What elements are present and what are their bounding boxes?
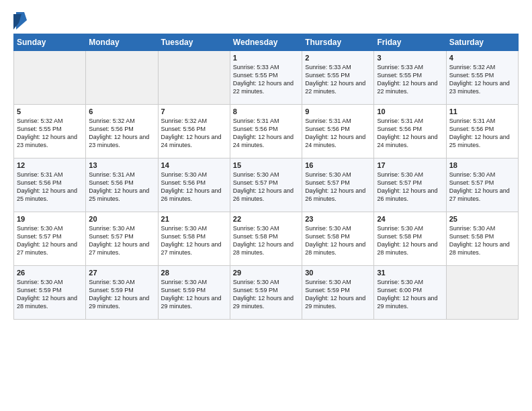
- header-row: SundayMondayTuesdayWednesdayThursdayFrid…: [14, 34, 519, 51]
- day-number: 26: [17, 269, 83, 277]
- day-number: 9: [305, 107, 371, 116]
- day-number: 6: [89, 107, 154, 116]
- day-number: 13: [89, 161, 154, 169]
- day-number: 12: [17, 161, 83, 169]
- day-info: Sunrise: 5:30 AM Sunset: 5:59 PM Dayligh…: [233, 278, 299, 311]
- day-info: Sunrise: 5:31 AM Sunset: 5:56 PM Dayligh…: [89, 171, 154, 203]
- day-number: 3: [377, 54, 443, 62]
- day-cell: 1Sunrise: 5:33 AM Sunset: 5:55 PM Daylig…: [230, 51, 302, 105]
- day-info: Sunrise: 5:30 AM Sunset: 5:59 PM Dayligh…: [89, 278, 154, 311]
- day-number: 1: [233, 54, 299, 62]
- day-cell: 23Sunrise: 5:30 AM Sunset: 5:58 PM Dayli…: [302, 212, 374, 266]
- day-info: Sunrise: 5:33 AM Sunset: 5:55 PM Dayligh…: [305, 63, 371, 96]
- day-cell: 24Sunrise: 5:30 AM Sunset: 5:58 PM Dayli…: [374, 212, 446, 266]
- day-cell: 19Sunrise: 5:30 AM Sunset: 5:57 PM Dayli…: [14, 212, 86, 266]
- day-number: 30: [305, 269, 371, 277]
- header-cell-thursday: Thursday: [302, 34, 374, 51]
- day-cell: 11Sunrise: 5:31 AM Sunset: 5:56 PM Dayli…: [446, 105, 518, 158]
- day-cell: 9Sunrise: 5:31 AM Sunset: 5:56 PM Daylig…: [302, 105, 374, 158]
- day-info: Sunrise: 5:30 AM Sunset: 5:57 PM Dayligh…: [17, 224, 83, 257]
- day-cell: 6Sunrise: 5:32 AM Sunset: 5:56 PM Daylig…: [86, 105, 158, 158]
- day-cell: 22Sunrise: 5:30 AM Sunset: 5:58 PM Dayli…: [230, 212, 302, 266]
- day-number: 27: [89, 269, 154, 277]
- day-cell: 15Sunrise: 5:30 AM Sunset: 5:57 PM Dayli…: [230, 158, 302, 212]
- day-number: 2: [305, 54, 371, 62]
- logo: [13, 12, 28, 30]
- day-cell: [86, 51, 158, 105]
- week-row-4: 19Sunrise: 5:30 AM Sunset: 5:57 PM Dayli…: [14, 212, 519, 266]
- day-info: Sunrise: 5:31 AM Sunset: 5:56 PM Dayligh…: [377, 117, 443, 150]
- day-cell: 28Sunrise: 5:30 AM Sunset: 5:59 PM Dayli…: [158, 266, 230, 320]
- header-cell-saturday: Saturday: [446, 34, 518, 51]
- day-number: 10: [377, 107, 443, 116]
- header-cell-tuesday: Tuesday: [158, 34, 230, 51]
- header-cell-sunday: Sunday: [14, 34, 86, 51]
- day-cell: 25Sunrise: 5:30 AM Sunset: 5:58 PM Dayli…: [446, 212, 518, 266]
- calendar-page: SundayMondayTuesdayWednesdayThursdayFrid…: [0, 0, 532, 329]
- week-row-2: 5Sunrise: 5:32 AM Sunset: 5:55 PM Daylig…: [14, 105, 519, 158]
- day-info: Sunrise: 5:30 AM Sunset: 5:59 PM Dayligh…: [17, 278, 83, 311]
- day-number: 21: [161, 215, 227, 223]
- day-info: Sunrise: 5:32 AM Sunset: 5:55 PM Dayligh…: [449, 63, 515, 96]
- day-number: 29: [233, 269, 299, 277]
- day-info: Sunrise: 5:31 AM Sunset: 5:56 PM Dayligh…: [449, 117, 515, 150]
- day-info: Sunrise: 5:30 AM Sunset: 5:57 PM Dayligh…: [233, 171, 299, 203]
- day-cell: 30Sunrise: 5:30 AM Sunset: 5:59 PM Dayli…: [302, 266, 374, 320]
- day-info: Sunrise: 5:31 AM Sunset: 5:56 PM Dayligh…: [233, 117, 299, 150]
- day-cell: 17Sunrise: 5:30 AM Sunset: 5:57 PM Dayli…: [374, 158, 446, 212]
- day-number: 24: [377, 215, 443, 223]
- day-number: 23: [305, 215, 371, 223]
- day-info: Sunrise: 5:30 AM Sunset: 5:58 PM Dayligh…: [449, 224, 515, 257]
- day-number: 5: [17, 107, 83, 116]
- header-cell-friday: Friday: [374, 34, 446, 51]
- day-cell: [446, 266, 518, 320]
- day-cell: 8Sunrise: 5:31 AM Sunset: 5:56 PM Daylig…: [230, 105, 302, 158]
- day-cell: 14Sunrise: 5:30 AM Sunset: 5:56 PM Dayli…: [158, 158, 230, 212]
- day-info: Sunrise: 5:33 AM Sunset: 5:55 PM Dayligh…: [377, 63, 443, 96]
- day-number: 31: [377, 269, 443, 277]
- day-cell: [158, 51, 230, 105]
- day-info: Sunrise: 5:30 AM Sunset: 6:00 PM Dayligh…: [377, 278, 443, 311]
- day-cell: 3Sunrise: 5:33 AM Sunset: 5:55 PM Daylig…: [374, 51, 446, 105]
- day-info: Sunrise: 5:30 AM Sunset: 5:56 PM Dayligh…: [161, 171, 227, 203]
- day-cell: 26Sunrise: 5:30 AM Sunset: 5:59 PM Dayli…: [14, 266, 86, 320]
- day-info: Sunrise: 5:30 AM Sunset: 5:57 PM Dayligh…: [89, 224, 154, 257]
- day-info: Sunrise: 5:30 AM Sunset: 5:59 PM Dayligh…: [305, 278, 371, 311]
- day-cell: 12Sunrise: 5:31 AM Sunset: 5:56 PM Dayli…: [14, 158, 86, 212]
- day-number: 25: [449, 215, 515, 223]
- day-info: Sunrise: 5:30 AM Sunset: 5:58 PM Dayligh…: [377, 224, 443, 257]
- day-cell: 31Sunrise: 5:30 AM Sunset: 6:00 PM Dayli…: [374, 266, 446, 320]
- day-cell: 27Sunrise: 5:30 AM Sunset: 5:59 PM Dayli…: [86, 266, 158, 320]
- day-info: Sunrise: 5:31 AM Sunset: 5:56 PM Dayligh…: [17, 171, 83, 203]
- day-cell: [14, 51, 86, 105]
- day-cell: 5Sunrise: 5:32 AM Sunset: 5:55 PM Daylig…: [14, 105, 86, 158]
- day-cell: 29Sunrise: 5:30 AM Sunset: 5:59 PM Dayli…: [230, 266, 302, 320]
- day-number: 8: [233, 107, 299, 116]
- day-info: Sunrise: 5:30 AM Sunset: 5:58 PM Dayligh…: [161, 224, 227, 257]
- day-info: Sunrise: 5:30 AM Sunset: 5:57 PM Dayligh…: [449, 171, 515, 203]
- header-cell-wednesday: Wednesday: [230, 34, 302, 51]
- day-info: Sunrise: 5:32 AM Sunset: 5:56 PM Dayligh…: [89, 117, 154, 150]
- day-number: 11: [449, 107, 515, 116]
- day-number: 28: [161, 269, 227, 277]
- week-row-1: 1Sunrise: 5:33 AM Sunset: 5:55 PM Daylig…: [14, 51, 519, 105]
- day-number: 15: [233, 161, 299, 169]
- day-cell: 4Sunrise: 5:32 AM Sunset: 5:55 PM Daylig…: [446, 51, 518, 105]
- day-info: Sunrise: 5:31 AM Sunset: 5:56 PM Dayligh…: [305, 117, 371, 150]
- day-number: 22: [233, 215, 299, 223]
- week-row-3: 12Sunrise: 5:31 AM Sunset: 5:56 PM Dayli…: [14, 158, 519, 212]
- header-cell-monday: Monday: [86, 34, 158, 51]
- day-number: 19: [17, 215, 83, 223]
- day-cell: 7Sunrise: 5:32 AM Sunset: 5:56 PM Daylig…: [158, 105, 230, 158]
- day-cell: 16Sunrise: 5:30 AM Sunset: 5:57 PM Dayli…: [302, 158, 374, 212]
- day-info: Sunrise: 5:30 AM Sunset: 5:57 PM Dayligh…: [377, 171, 443, 203]
- day-cell: 10Sunrise: 5:31 AM Sunset: 5:56 PM Dayli…: [374, 105, 446, 158]
- day-number: 17: [377, 161, 443, 169]
- day-number: 4: [449, 54, 515, 62]
- day-number: 7: [161, 107, 227, 116]
- day-info: Sunrise: 5:30 AM Sunset: 5:58 PM Dayligh…: [305, 224, 371, 257]
- day-cell: 20Sunrise: 5:30 AM Sunset: 5:57 PM Dayli…: [86, 212, 158, 266]
- day-number: 18: [449, 161, 515, 169]
- day-info: Sunrise: 5:30 AM Sunset: 5:58 PM Dayligh…: [233, 224, 299, 257]
- day-cell: 21Sunrise: 5:30 AM Sunset: 5:58 PM Dayli…: [158, 212, 230, 266]
